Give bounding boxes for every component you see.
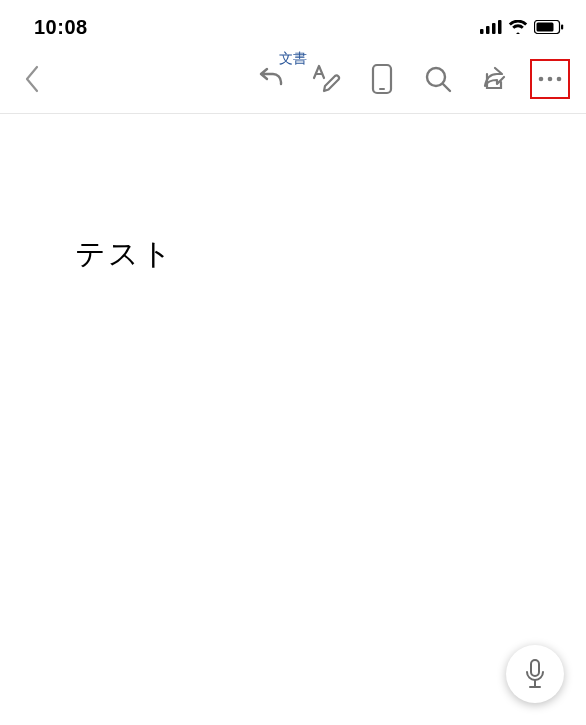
svg-rect-14 — [531, 660, 539, 676]
microphone-icon — [522, 658, 548, 690]
undo-icon — [255, 64, 285, 94]
search-button[interactable] — [410, 51, 466, 107]
svg-rect-0 — [480, 29, 484, 34]
undo-button[interactable] — [242, 51, 298, 107]
wifi-icon — [508, 20, 528, 34]
document-body[interactable]: テスト — [0, 114, 586, 275]
back-button[interactable] — [8, 55, 56, 103]
status-bar: 10:08 — [0, 0, 586, 44]
cellular-icon — [480, 20, 502, 34]
svg-rect-3 — [498, 20, 502, 34]
svg-rect-6 — [561, 25, 563, 30]
svg-point-12 — [548, 76, 553, 81]
phone-icon — [371, 63, 393, 95]
svg-point-11 — [539, 76, 544, 81]
svg-line-10 — [443, 84, 450, 91]
ellipsis-icon — [537, 76, 563, 82]
mobile-view-button[interactable] — [354, 51, 410, 107]
format-pen-icon — [310, 63, 342, 95]
search-icon — [423, 64, 453, 94]
svg-rect-5 — [537, 23, 554, 32]
svg-rect-2 — [492, 23, 496, 34]
toolbar: 文書 — [0, 44, 586, 114]
format-button[interactable] — [298, 51, 354, 107]
dictation-fab[interactable] — [506, 645, 564, 703]
svg-rect-1 — [486, 26, 490, 34]
svg-point-13 — [557, 76, 562, 81]
chevron-left-icon — [23, 64, 41, 94]
status-indicators — [480, 20, 564, 34]
more-options-button[interactable] — [522, 51, 578, 107]
document-text: テスト — [75, 234, 511, 275]
share-button[interactable] — [466, 51, 522, 107]
share-icon — [479, 64, 509, 94]
battery-icon — [534, 20, 564, 34]
status-time: 10:08 — [34, 16, 88, 39]
